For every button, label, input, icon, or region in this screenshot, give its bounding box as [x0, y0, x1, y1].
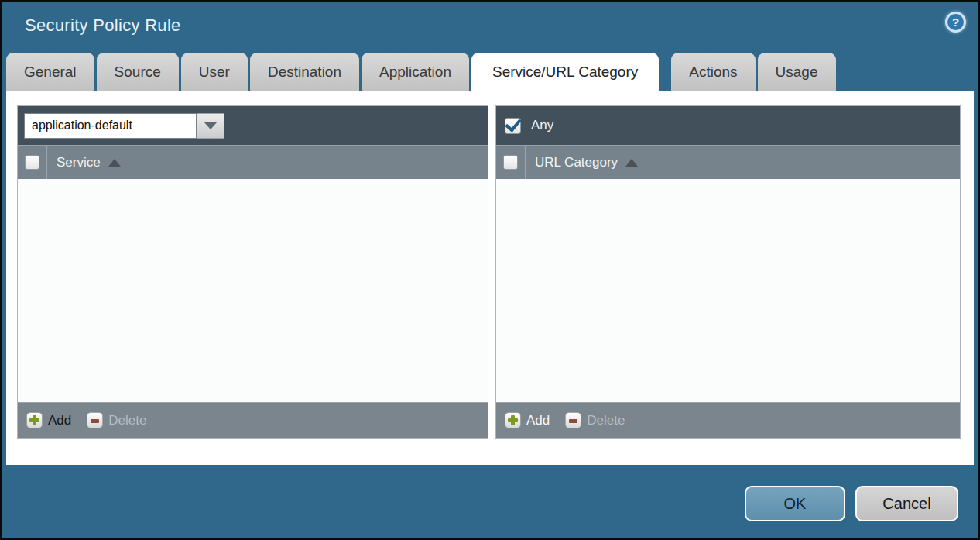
security-policy-rule-dialog: Security Policy Rule ? General Source Us… — [0, 0, 980, 540]
service-add-button[interactable]: Add — [26, 412, 71, 428]
tab-actions[interactable]: Actions — [671, 53, 755, 91]
tab-service-url-category[interactable]: Service/URL Category — [471, 53, 659, 91]
url-category-column-header[interactable]: URL Category — [535, 155, 638, 170]
service-select-all-checkbox[interactable] — [25, 155, 39, 170]
url-category-footer: Add Delete — [496, 402, 960, 438]
url-category-column-label: URL Category — [535, 155, 618, 170]
tab-content-area: application-default Service — [6, 91, 974, 465]
ok-button[interactable]: OK — [745, 486, 845, 521]
service-column-header[interactable]: Service — [57, 155, 121, 170]
url-select-all-cell — [496, 146, 526, 179]
service-type-dropdown-value[interactable]: application-default — [24, 113, 197, 139]
any-checkbox[interactable] — [505, 118, 521, 134]
url-add-button[interactable]: Add — [505, 412, 550, 428]
url-any-row: Any — [502, 118, 553, 134]
url-any-bar: Any — [496, 106, 960, 145]
minus-icon — [565, 412, 581, 428]
plus-icon — [26, 412, 43, 428]
sort-asc-icon — [108, 159, 121, 167]
service-column-label: Service — [57, 155, 101, 170]
url-table-header: URL Category — [496, 145, 960, 179]
service-type-dropdown: application-default — [24, 113, 224, 139]
service-delete-button[interactable]: Delete — [87, 412, 146, 428]
sort-asc-icon — [625, 159, 638, 167]
tab-application[interactable]: Application — [362, 53, 469, 91]
tab-user[interactable]: User — [181, 53, 248, 91]
url-category-panel: Any URL Category Add — [495, 105, 961, 439]
dialog-title: Security Policy Rule — [25, 15, 181, 36]
service-type-dropdown-button[interactable] — [197, 113, 224, 139]
service-table-header: Service — [18, 145, 488, 179]
chevron-down-icon — [204, 122, 218, 129]
service-select-all-cell — [18, 146, 47, 179]
help-icon[interactable]: ? — [945, 12, 966, 33]
service-dropdown-bar: application-default — [18, 106, 488, 145]
tab-usage[interactable]: Usage — [758, 53, 836, 91]
service-delete-label: Delete — [108, 413, 146, 428]
service-panel: application-default Service — [17, 105, 488, 439]
plus-icon — [505, 412, 521, 428]
url-category-list-body — [496, 179, 960, 402]
any-label: Any — [531, 118, 553, 133]
tab-bar: General Source User Destination Applicat… — [6, 53, 836, 91]
service-add-label: Add — [48, 413, 71, 428]
service-footer: Add Delete — [18, 402, 488, 438]
tab-destination[interactable]: Destination — [250, 53, 359, 91]
tab-general[interactable]: General — [6, 53, 94, 91]
cancel-button[interactable]: Cancel — [855, 486, 958, 521]
url-select-all-checkbox[interactable] — [503, 155, 518, 170]
minus-icon — [87, 412, 103, 428]
tab-source[interactable]: Source — [97, 53, 179, 91]
url-delete-label: Delete — [587, 413, 625, 428]
service-list-body — [18, 179, 488, 402]
url-delete-button[interactable]: Delete — [565, 412, 625, 428]
url-add-label: Add — [526, 413, 550, 428]
